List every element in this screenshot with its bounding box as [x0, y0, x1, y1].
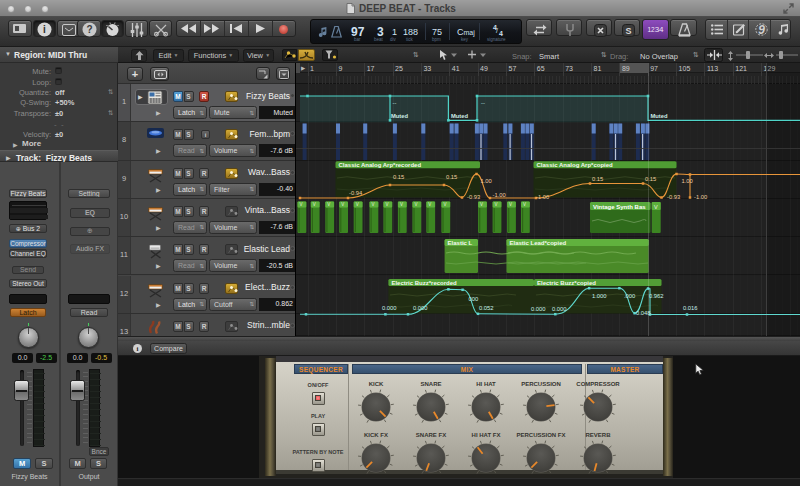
- svg-text:Electric Buzz*recorded: Electric Buzz*recorded: [391, 280, 457, 286]
- svg-text:V: V: [400, 202, 403, 207]
- svg-text:Classic Analog Arp*recorded: Classic Analog Arp*recorded: [339, 162, 422, 168]
- svg-text:V: V: [523, 202, 526, 207]
- svg-text:V: V: [654, 204, 658, 210]
- svg-text:V: V: [327, 202, 330, 207]
- svg-text:V: V: [300, 202, 303, 207]
- svg-text:Electric Buzz*copied: Electric Buzz*copied: [537, 280, 596, 286]
- svg-text:V: V: [372, 202, 375, 207]
- svg-text:V: V: [428, 202, 431, 207]
- svg-text:V: V: [385, 202, 388, 207]
- svg-text:9: 9: [758, 23, 765, 36]
- svg-text:Vintage Synth Bas: Vintage Synth Bas: [593, 204, 646, 210]
- svg-text:V: V: [480, 202, 483, 207]
- svg-text:i: i: [43, 24, 46, 35]
- svg-text:V: V: [313, 202, 316, 207]
- svg-text:S: S: [625, 26, 631, 36]
- svg-text:V: V: [495, 202, 498, 207]
- svg-text:V: V: [414, 202, 417, 207]
- svg-text:?: ?: [86, 24, 92, 35]
- svg-text:V: V: [341, 202, 344, 207]
- svg-text:V: V: [443, 202, 446, 207]
- svg-text:V: V: [356, 202, 359, 207]
- svg-text:Elastic Lead*copied: Elastic Lead*copied: [510, 240, 567, 246]
- svg-text:V: V: [509, 202, 512, 207]
- svg-text:Classic Analog Arp*copied: Classic Analog Arp*copied: [537, 162, 614, 168]
- svg-text:Elastic L: Elastic L: [448, 240, 473, 246]
